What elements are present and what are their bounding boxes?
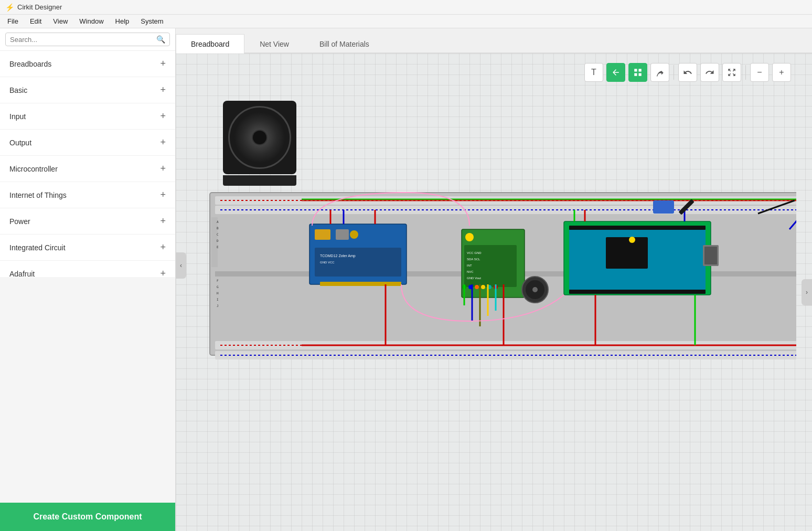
canvas-area[interactable]: T (176, 54, 812, 531)
sidebar-item-basic[interactable]: Basic + (0, 77, 175, 103)
sidebar-item-iot[interactable]: Internet of Things + (0, 182, 175, 208)
fit-button[interactable] (722, 63, 741, 82)
svg-text:GND Vout: GND Vout (467, 277, 481, 280)
search-wrap: 🔍 (5, 33, 170, 46)
zoom-in-button[interactable]: + (772, 63, 791, 82)
plus-icon-adafruit: + (160, 268, 166, 277)
app-icon: ⚡ (5, 3, 14, 12)
toolbar: T (584, 63, 791, 82)
svg-rect-39 (569, 226, 706, 230)
svg-point-36 (629, 237, 635, 243)
plus-icon-output: + (160, 137, 166, 148)
svg-point-14 (350, 230, 358, 239)
sidebar: 🔍 Breadboards + Basic + Input + Output + (0, 28, 176, 531)
search-icon: 🔍 (156, 35, 165, 44)
svg-text:I: I (217, 298, 219, 301)
sidebar-item-output[interactable]: Output + (0, 130, 175, 156)
svg-point-29 (475, 285, 479, 289)
menu-system[interactable]: System (135, 16, 168, 26)
circuit-svg: TCOMD12 Zoter Amp GND VCC VCC GND SDA SC… (207, 95, 796, 510)
plus-icon-ic: + (160, 242, 166, 253)
sidebar-item-power[interactable]: Power + (0, 208, 175, 235)
redo-button[interactable] (700, 63, 719, 82)
svg-rect-13 (336, 229, 349, 240)
tab-netview[interactable]: Net View (244, 34, 304, 54)
plus-icon-power: + (160, 216, 166, 227)
svg-rect-40 (569, 290, 706, 294)
svg-text:A: A (217, 220, 219, 224)
svg-rect-18 (320, 282, 401, 286)
sidebar-item-microcontroller[interactable]: Microcontroller + (0, 156, 175, 182)
content-area: Breadboard Net View Bill of Materials T (176, 28, 812, 531)
sidebar-item-input[interactable]: Input + (0, 103, 175, 130)
plus-icon-iot: + (160, 189, 166, 200)
svg-rect-59 (653, 200, 674, 214)
route-button[interactable] (650, 63, 669, 82)
main-layout: 🔍 Breadboards + Basic + Input + Output + (0, 28, 812, 531)
svg-point-20 (465, 233, 474, 241)
svg-text:VCC GND: VCC GND (467, 251, 482, 254)
svg-rect-35 (606, 237, 648, 269)
upload-button[interactable] (606, 63, 625, 82)
svg-text:J: J (217, 304, 219, 307)
svg-text:D: D (217, 239, 219, 242)
circuit-board: TCOMD12 Zoter Amp GND VCC VCC GND SDA SC… (207, 95, 796, 510)
toolbar-separator-1 (674, 65, 674, 80)
svg-text:INT: INT (467, 264, 472, 267)
text-tool-button[interactable]: T (584, 63, 603, 82)
svg-text:F: F (217, 279, 219, 282)
tab-breadboard[interactable]: Breadboard (176, 34, 244, 54)
tab-bar: Breadboard Net View Bill of Materials (176, 28, 812, 54)
plus-icon-microcontroller: + (160, 163, 166, 174)
plus-icon-input: + (160, 111, 166, 122)
sidebar-collapse-arrow[interactable]: ‹ (176, 252, 186, 279)
svg-text:C: C (217, 232, 219, 236)
svg-text:TCOMD12 Zoter Amp: TCOMD12 Zoter Amp (320, 254, 356, 258)
component-list: Breadboards + Basic + Input + Output + M… (0, 51, 175, 277)
svg-text:NVC: NVC (467, 270, 474, 273)
menubar: File Edit View Window Help System (0, 15, 812, 28)
create-custom-component-button[interactable]: Create Custom Component (0, 503, 175, 531)
svg-text:SDA SCL: SDA SCL (467, 258, 480, 261)
plus-icon-breadboards: + (160, 58, 166, 69)
sidebar-item-adafruit[interactable]: Adafruit + (0, 261, 175, 277)
svg-text:B: B (217, 226, 219, 230)
undo-button[interactable] (678, 63, 697, 82)
menu-file[interactable]: File (2, 16, 24, 26)
tab-bom[interactable]: Bill of Materials (304, 34, 384, 54)
search-input[interactable] (10, 36, 156, 44)
app-name: Cirkit Designer (17, 3, 62, 11)
grid-view-button[interactable] (628, 63, 647, 82)
menu-help[interactable]: Help (110, 16, 135, 26)
svg-point-43 (532, 287, 538, 292)
toolbar-separator-2 (745, 65, 746, 80)
titlebar: ⚡ Cirkit Designer (0, 0, 812, 15)
svg-text:G: G (217, 285, 219, 289)
svg-text:GND VCC: GND VCC (320, 261, 335, 264)
search-area: 🔍 (0, 28, 175, 51)
svg-rect-38 (704, 247, 717, 264)
menu-window[interactable]: Window (74, 16, 109, 26)
sidebar-item-breadboards[interactable]: Breadboards + (0, 51, 175, 77)
zoom-out-button[interactable]: − (750, 63, 769, 82)
svg-text:H: H (217, 291, 219, 295)
svg-rect-12 (315, 229, 330, 240)
menu-edit[interactable]: Edit (25, 16, 47, 26)
menu-view[interactable]: View (48, 16, 73, 26)
svg-point-30 (481, 285, 485, 289)
right-panel-collapse-arrow[interactable]: › (802, 279, 812, 305)
svg-text:E: E (217, 245, 219, 249)
sidebar-item-ic[interactable]: Integrated Circuit + (0, 235, 175, 261)
plus-icon-basic: + (160, 84, 166, 95)
